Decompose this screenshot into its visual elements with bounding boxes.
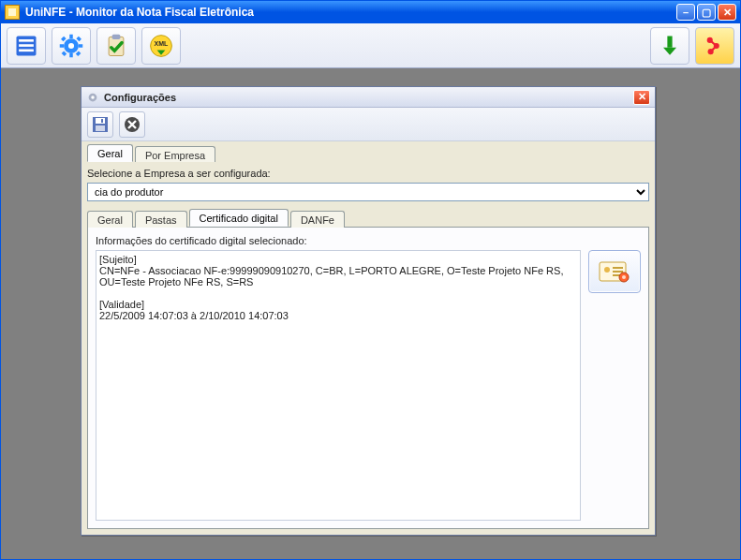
- exit-button[interactable]: [695, 27, 734, 65]
- svg-point-23: [91, 96, 95, 99]
- tab-label: DANFe: [301, 214, 334, 226]
- inner-tabstrip: Geral Pastas Certificado digital DANFe: [87, 209, 649, 227]
- close-circle-icon: [124, 116, 141, 133]
- svg-point-35: [622, 275, 626, 279]
- tab-pastas[interactable]: Pastas: [135, 211, 187, 228]
- exit-icon: [702, 33, 728, 59]
- minimize-button[interactable]: –: [676, 4, 695, 21]
- svg-rect-2: [19, 44, 34, 47]
- titlebar[interactable]: UniNFE - Monitor da Nota Fiscal Eletrôni…: [1, 1, 740, 23]
- form-icon: [13, 33, 39, 59]
- company-select[interactable]: cia do produtor: [87, 183, 649, 201]
- outer-tabstrip: Geral Por Empresa: [82, 141, 655, 162]
- settings-button[interactable]: [52, 27, 91, 65]
- svg-rect-3: [19, 49, 34, 52]
- svg-rect-6: [69, 34, 73, 37]
- tab-geral-outer[interactable]: Geral: [87, 144, 133, 162]
- svg-rect-31: [613, 267, 623, 269]
- dialog-title: Configurações: [104, 92, 633, 103]
- dialog-titlebar[interactable]: Configurações ✕: [82, 87, 655, 108]
- window-title: UniNFE - Monitor da Nota Fiscal Eletrôni…: [25, 6, 676, 19]
- tab-label: Por Empresa: [145, 150, 205, 161]
- main-toolbar: XML: [1, 23, 740, 68]
- download-icon: [657, 33, 683, 59]
- svg-rect-12: [76, 36, 82, 41]
- tab-geral-inner[interactable]: Geral: [87, 211, 133, 228]
- outer-tab-panel: Selecione a Empresa a ser configurada: c…: [82, 162, 655, 535]
- svg-rect-15: [112, 34, 121, 38]
- svg-point-30: [604, 267, 610, 273]
- tab-label: Geral: [97, 214, 123, 226]
- gear-icon: [58, 33, 84, 59]
- download-button[interactable]: [650, 27, 689, 65]
- svg-rect-11: [76, 51, 82, 56]
- main-window: UniNFE - Monitor da Nota Fiscal Eletrôni…: [0, 0, 741, 560]
- company-label: Selecione a Empresa a ser configurada:: [87, 168, 649, 179]
- xml-button[interactable]: XML: [141, 27, 181, 65]
- svg-rect-18: [667, 36, 672, 47]
- svg-rect-25: [96, 118, 105, 124]
- config-dialog: Configurações ✕: [81, 86, 656, 536]
- tab-label: Pastas: [145, 214, 177, 226]
- svg-text:XML: XML: [155, 40, 170, 47]
- svg-rect-7: [69, 52, 73, 56]
- mdi-area: Configurações ✕: [1, 68, 740, 559]
- svg-rect-10: [61, 36, 67, 41]
- tab-certificado[interactable]: Certificado digital: [189, 209, 289, 227]
- certificate-icon: [599, 259, 630, 284]
- svg-rect-1: [19, 39, 34, 42]
- tab-label: Certificado digital: [200, 213, 278, 224]
- svg-rect-26: [96, 125, 105, 131]
- cancel-button[interactable]: [119, 111, 145, 138]
- tab-danfe[interactable]: DANFe: [290, 211, 345, 228]
- maximize-button[interactable]: ▢: [697, 4, 716, 21]
- validate-button[interactable]: [96, 27, 136, 65]
- floppy-icon: [92, 116, 109, 133]
- svg-rect-27: [101, 119, 103, 123]
- close-button[interactable]: ✕: [718, 4, 736, 21]
- gear-icon: [86, 91, 99, 104]
- form-view-button[interactable]: [7, 27, 46, 65]
- inner-tab-panel: Informações do certificado digital selec…: [87, 227, 649, 529]
- select-certificate-button[interactable]: [588, 250, 641, 293]
- svg-rect-8: [60, 44, 64, 48]
- svg-rect-13: [62, 51, 67, 56]
- app-icon: [5, 5, 20, 20]
- cert-info-textarea[interactable]: [96, 250, 581, 521]
- svg-rect-32: [613, 271, 623, 273]
- svg-point-5: [68, 42, 74, 48]
- dialog-toolbar: [82, 108, 655, 141]
- xml-icon: XML: [148, 33, 174, 59]
- svg-rect-9: [79, 44, 82, 48]
- tab-label: Geral: [97, 148, 123, 159]
- dialog-close-button[interactable]: ✕: [633, 90, 650, 105]
- save-button[interactable]: [87, 111, 113, 138]
- clipboard-check-icon: [103, 33, 129, 59]
- tab-por-empresa[interactable]: Por Empresa: [135, 146, 215, 163]
- cert-section-label: Informações do certificado digital selec…: [96, 235, 641, 246]
